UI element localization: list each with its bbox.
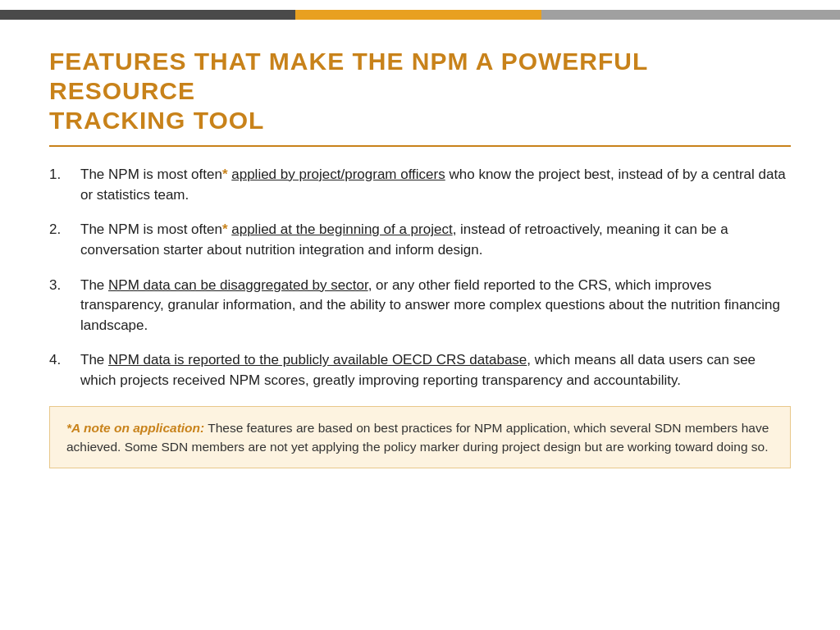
slide-container: FEATURES THAT MAKE THE NPM A POWERFUL RE…: [0, 10, 840, 630]
asterisk: *: [222, 221, 228, 237]
features-list: 1. The NPM is most often* applied by pro…: [49, 165, 791, 391]
slide-title: FEATURES THAT MAKE THE NPM A POWERFUL RE…: [49, 47, 791, 135]
list-text: The NPM data is reported to the publicly…: [80, 350, 791, 390]
list-number: 3.: [49, 276, 80, 336]
list-item: 4. The NPM data is reported to the publi…: [49, 350, 791, 390]
title-divider: [49, 145, 791, 147]
main-content: FEATURES THAT MAKE THE NPM A POWERFUL RE…: [0, 10, 840, 493]
list-number: 1.: [49, 165, 80, 205]
asterisk: *: [222, 167, 228, 182]
list-text: The NPM data can be disaggregated by sec…: [80, 276, 791, 336]
note-label: *A note on application:: [66, 421, 204, 435]
applied-by-officers-link: applied by project/program officers: [231, 167, 445, 182]
disaggregated-by-sector-link: NPM data can be disaggregated by sector: [108, 277, 368, 293]
applied-at-beginning-link: applied at the beginning of a project: [231, 221, 452, 237]
top-bar: [0, 10, 840, 20]
list-item: 3. The NPM data can be disaggregated by …: [49, 276, 791, 336]
list-number: 2.: [49, 220, 80, 260]
list-number: 4.: [49, 350, 80, 390]
top-bar-dark: [0, 10, 295, 20]
list-item: 2. The NPM is most often* applied at the…: [49, 220, 791, 260]
list-item: 1. The NPM is most often* applied by pro…: [49, 165, 791, 205]
note-box: *A note on application: These features a…: [49, 406, 791, 469]
list-text: The NPM is most often* applied by projec…: [80, 165, 791, 205]
list-text: The NPM is most often* applied at the be…: [80, 220, 791, 260]
top-bar-orange: [295, 10, 541, 20]
oecd-crs-database-link: NPM data is reported to the publicly ava…: [108, 352, 527, 368]
top-bar-gray: [541, 10, 840, 20]
